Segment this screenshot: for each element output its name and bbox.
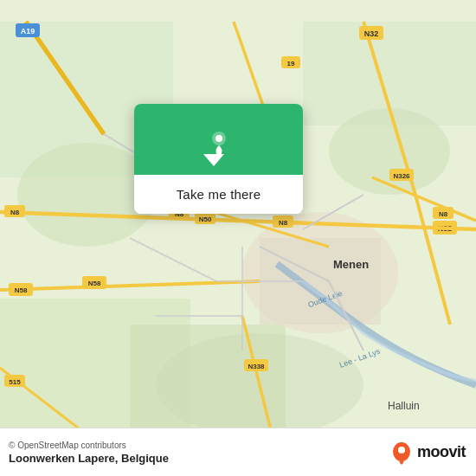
footer-left: © OpenStreetMap contributors Loonwerken … [9,441,169,465]
location-name: Loonwerken Lapere, Belgique [9,452,169,465]
moovit-text: moovit [417,443,466,461]
map-background: A19 N32 N32 19 N8 N8 N8 N8 N326 N [0,0,476,476]
svg-point-4 [329,108,450,195]
svg-text:N8: N8 [279,219,288,227]
moovit-logo: moovit [389,441,466,465]
svg-text:N50: N50 [199,215,212,223]
moovit-icon [389,441,414,465]
osm-credit: © OpenStreetMap contributors [9,441,169,450]
svg-point-66 [398,447,405,453]
map-container: A19 N32 N32 19 N8 N8 N8 N8 N326 N [0,0,476,476]
svg-text:19: 19 [287,60,295,68]
svg-text:N338: N338 [248,363,265,370]
svg-text:N8: N8 [439,210,448,218]
svg-text:N8: N8 [10,209,20,216]
svg-text:Halluin: Halluin [388,400,420,412]
svg-text:A19: A19 [21,27,35,35]
take-me-there-button[interactable]: Take me there [134,175,303,214]
popup-tail [203,154,224,166]
svg-text:N326: N326 [393,172,410,180]
footer-bar: © OpenStreetMap contributors Loonwerken … [0,428,476,476]
svg-point-64 [215,135,222,142]
svg-text:N58: N58 [15,286,28,294]
svg-text:N58: N58 [88,280,101,287]
svg-text:N32: N32 [364,29,379,38]
svg-text:Menen: Menen [333,258,369,271]
svg-text:515: 515 [9,378,21,386]
